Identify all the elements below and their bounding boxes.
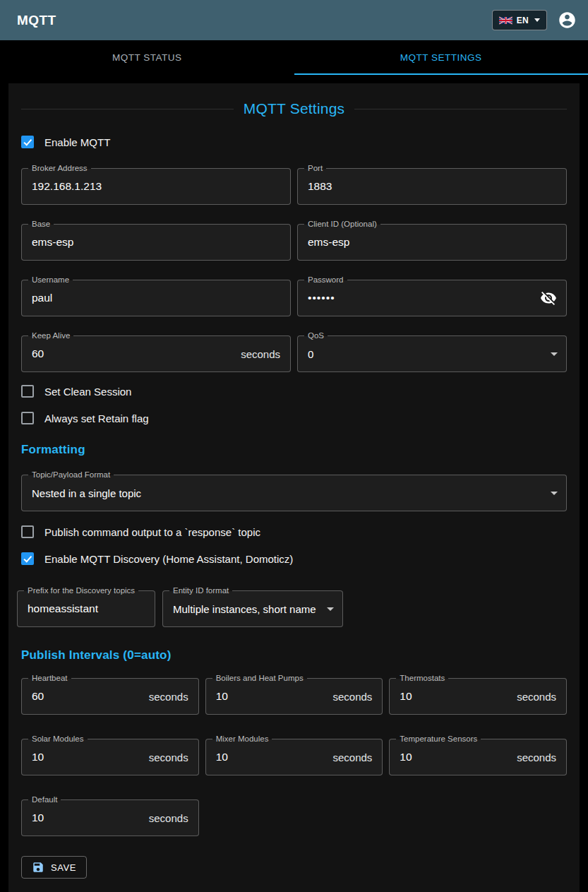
checkbox-icon	[21, 412, 34, 424]
entity-id-format-select[interactable]: Entity ID format Multiple instances, sho…	[162, 590, 343, 627]
field-label: Boilers and Heat Pumps	[212, 674, 307, 683]
field-suffix: seconds	[241, 348, 280, 360]
field-label: Topic/Payload Format	[28, 470, 114, 480]
dropdown-arrow-icon	[551, 352, 558, 356]
tab-bar: MQTT STATUS MQTT SETTINGS	[0, 40, 588, 75]
entity-id-format-selected-value: Multiple instances, short name	[163, 591, 342, 626]
field-suffix: seconds	[149, 812, 188, 824]
field-label: Temperature Sensors	[396, 735, 481, 744]
divider	[354, 109, 567, 109]
field-label: Keep Alive	[28, 331, 73, 340]
publish-intervals-grid: Heartbeat seconds Boilers and Heat Pumps…	[21, 678, 567, 836]
solar-modules-field: Solar Modules seconds	[21, 739, 199, 775]
boilers-heat-pumps-field: Boilers and Heat Pumps seconds	[205, 678, 383, 715]
checkbox-icon	[21, 525, 34, 538]
checkbox-icon	[21, 552, 34, 565]
checkbox-label: Always set Retain flag	[44, 412, 149, 424]
clean-session-checkbox[interactable]: Set Clean Session	[21, 385, 131, 398]
visibility-off-icon	[540, 290, 557, 307]
dropdown-arrow-icon	[327, 607, 334, 611]
checkbox-label: Set Clean Session	[44, 386, 131, 398]
field-label: Default	[28, 795, 61, 804]
checkbox-label: Publish command output to a `response` t…	[44, 526, 260, 538]
publish-intervals-heading: Publish Intervals (0=auto)	[21, 648, 567, 662]
base-field: Base	[21, 224, 291, 261]
toggle-password-visibility-button[interactable]	[537, 287, 560, 309]
checkbox-label: Enable MQTT	[44, 136, 110, 148]
save-button[interactable]: SAVE	[21, 856, 87, 879]
field-label: Solar Modules	[28, 735, 88, 744]
page-title: MQTT Settings	[244, 100, 344, 117]
discovery-prefix-field: Prefix for the Discovery topics	[17, 590, 155, 627]
retain-flag-checkbox[interactable]: Always set Retain flag	[21, 412, 149, 424]
client-id-input[interactable]	[298, 225, 566, 260]
client-id-field: Client ID (Optional)	[297, 224, 567, 261]
settings-card: MQTT Settings Enable MQTT Broker Address…	[8, 83, 580, 892]
temperature-sensors-field: Temperature Sensors seconds	[389, 739, 567, 775]
language-button[interactable]: EN	[492, 10, 547, 30]
connection-fields-grid: Broker Address Port Base Client ID (Opti…	[21, 168, 567, 372]
account-button[interactable]	[554, 8, 580, 33]
field-suffix: seconds	[332, 691, 372, 703]
field-label: Thermostats	[396, 674, 448, 683]
page-title-row: MQTT Settings	[21, 100, 567, 117]
topic-format-selected-value: Nested in a single topic	[22, 475, 566, 511]
uk-flag-icon	[499, 16, 512, 25]
heartbeat-field: Heartbeat seconds	[21, 678, 199, 715]
field-label: Port	[304, 164, 326, 173]
broker-address-field: Broker Address	[21, 168, 291, 205]
divider	[21, 109, 234, 109]
mixer-modules-field: Mixer Modules seconds	[205, 739, 383, 775]
save-button-label: SAVE	[51, 862, 76, 873]
checkbox-label: Enable MQTT Discovery (Home Assistant, D…	[44, 553, 293, 565]
field-label: Base	[28, 220, 54, 229]
thermostats-field: Thermostats seconds	[389, 678, 567, 715]
field-suffix: seconds	[517, 691, 556, 703]
base-input[interactable]	[22, 225, 290, 260]
formatting-heading: Formatting	[21, 443, 567, 457]
chevron-down-icon	[534, 18, 540, 22]
username-field: Username	[21, 280, 291, 316]
port-field: Port	[297, 168, 567, 205]
field-suffix: seconds	[332, 751, 372, 763]
field-label: QoS	[304, 331, 328, 340]
tab-mqtt-status[interactable]: MQTT STATUS	[0, 40, 294, 75]
field-suffix: seconds	[149, 751, 188, 763]
discovery-prefix-input[interactable]	[18, 591, 155, 626]
account-circle-icon	[558, 11, 577, 30]
field-label: Username	[28, 275, 73, 285]
field-label: Mixer Modules	[212, 735, 272, 744]
username-input[interactable]	[22, 280, 290, 316]
field-label: Entity ID format	[169, 586, 232, 595]
field-suffix: seconds	[517, 751, 556, 763]
mqtt-discovery-checkbox[interactable]: Enable MQTT Discovery (Home Assistant, D…	[21, 552, 293, 565]
topic-format-select[interactable]: Topic/Payload Format Nested in a single …	[21, 475, 567, 511]
publish-response-checkbox[interactable]: Publish command output to a `response` t…	[21, 525, 260, 538]
field-label: Broker Address	[28, 164, 91, 173]
enable-mqtt-checkbox[interactable]: Enable MQTT	[21, 136, 110, 148]
checkbox-icon	[21, 385, 34, 398]
app-bar: MQTT EN	[0, 0, 588, 40]
broker-address-input[interactable]	[22, 169, 290, 204]
keep-alive-field: Keep Alive seconds	[21, 335, 291, 372]
password-input[interactable]	[298, 280, 566, 316]
discovery-fields-row: Prefix for the Discovery topics Entity I…	[17, 590, 567, 627]
qos-select[interactable]: QoS 0	[297, 335, 567, 372]
port-input[interactable]	[298, 169, 566, 204]
field-suffix: seconds	[149, 691, 188, 703]
qos-selected-value: 0	[298, 336, 566, 371]
app-title: MQTT	[17, 13, 492, 28]
field-label: Prefix for the Discovery topics	[24, 586, 138, 595]
field-label: Heartbeat	[28, 674, 71, 683]
field-label: Client ID (Optional)	[304, 220, 380, 229]
field-label: Password	[304, 275, 347, 285]
language-label: EN	[517, 16, 529, 25]
save-icon	[32, 861, 44, 874]
checkbox-icon	[21, 136, 34, 148]
default-interval-field: Default seconds	[21, 799, 199, 836]
password-field: Password	[297, 280, 567, 316]
dropdown-arrow-icon	[551, 492, 558, 495]
tab-mqtt-settings[interactable]: MQTT SETTINGS	[294, 40, 588, 75]
